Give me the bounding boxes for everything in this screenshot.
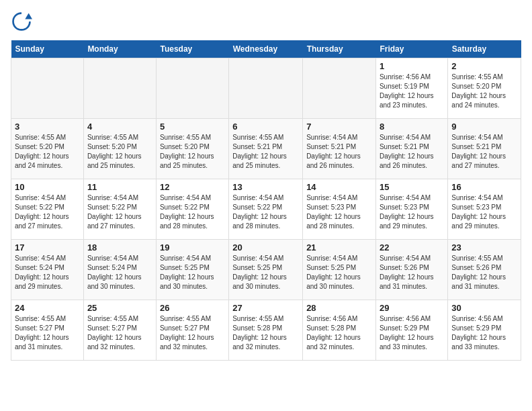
day-info: Sunrise: 4:54 AM Sunset: 5:24 PM Dayligh… xyxy=(87,254,152,291)
day-info: Sunrise: 4:55 AM Sunset: 5:20 PM Dayligh… xyxy=(451,73,517,110)
col-header-friday: Friday xyxy=(375,40,447,58)
day-info: Sunrise: 4:55 AM Sunset: 5:20 PM Dayligh… xyxy=(160,133,225,171)
calendar-cell: 2Sunrise: 4:55 AM Sunset: 5:20 PM Daylig… xyxy=(448,58,521,119)
day-number: 6 xyxy=(232,122,299,132)
day-info: Sunrise: 4:54 AM Sunset: 5:25 PM Dayligh… xyxy=(306,254,372,291)
day-number: 8 xyxy=(380,122,444,132)
day-info: Sunrise: 4:55 AM Sunset: 5:27 PM Dayligh… xyxy=(160,314,225,352)
day-info: Sunrise: 4:54 AM Sunset: 5:22 PM Dayligh… xyxy=(232,193,299,231)
day-info: Sunrise: 4:55 AM Sunset: 5:28 PM Dayligh… xyxy=(232,314,299,352)
calendar-cell: 12Sunrise: 4:54 AM Sunset: 5:22 PM Dayli… xyxy=(156,179,228,240)
day-info: Sunrise: 4:55 AM Sunset: 5:27 PM Dayligh… xyxy=(87,314,152,352)
day-number: 16 xyxy=(451,182,517,192)
day-info: Sunrise: 4:54 AM Sunset: 5:23 PM Dayligh… xyxy=(451,193,517,231)
col-header-sunday: Sunday xyxy=(11,40,84,58)
day-info: Sunrise: 4:56 AM Sunset: 5:19 PM Dayligh… xyxy=(380,73,444,110)
calendar-cell: 19Sunrise: 4:54 AM Sunset: 5:25 PM Dayli… xyxy=(156,240,228,300)
day-number: 27 xyxy=(232,303,299,313)
day-info: Sunrise: 4:55 AM Sunset: 5:20 PM Dayligh… xyxy=(87,133,152,171)
calendar-cell: 15Sunrise: 4:54 AM Sunset: 5:23 PM Dayli… xyxy=(375,179,447,240)
calendar-cell: 23Sunrise: 4:55 AM Sunset: 5:26 PM Dayli… xyxy=(448,240,521,300)
calendar-cell: 7Sunrise: 4:54 AM Sunset: 5:21 PM Daylig… xyxy=(303,119,376,179)
day-info: Sunrise: 4:55 AM Sunset: 5:26 PM Dayligh… xyxy=(451,254,517,291)
calendar-week-3: 10Sunrise: 4:54 AM Sunset: 5:22 PM Dayli… xyxy=(11,179,521,240)
day-number: 24 xyxy=(15,303,80,313)
day-number: 11 xyxy=(87,182,152,192)
calendar-cell: 14Sunrise: 4:54 AM Sunset: 5:23 PM Dayli… xyxy=(303,179,376,240)
day-number: 29 xyxy=(380,303,444,313)
col-header-monday: Monday xyxy=(83,40,156,58)
day-info: Sunrise: 4:54 AM Sunset: 5:26 PM Dayligh… xyxy=(380,254,444,291)
day-number: 25 xyxy=(87,303,152,313)
col-header-thursday: Thursday xyxy=(303,40,376,58)
day-info: Sunrise: 4:55 AM Sunset: 5:21 PM Dayligh… xyxy=(232,133,299,171)
day-info: Sunrise: 4:54 AM Sunset: 5:23 PM Dayligh… xyxy=(380,193,444,231)
day-info: Sunrise: 4:56 AM Sunset: 5:29 PM Dayligh… xyxy=(451,314,517,352)
day-info: Sunrise: 4:54 AM Sunset: 5:22 PM Dayligh… xyxy=(15,193,80,231)
calendar-week-4: 17Sunrise: 4:54 AM Sunset: 5:24 PM Dayli… xyxy=(11,240,521,300)
col-header-saturday: Saturday xyxy=(448,40,521,58)
day-number: 1 xyxy=(380,61,444,71)
calendar-cell xyxy=(11,58,84,119)
calendar-cell xyxy=(83,58,156,119)
day-number: 20 xyxy=(232,242,299,253)
calendar-cell: 10Sunrise: 4:54 AM Sunset: 5:22 PM Dayli… xyxy=(11,179,84,240)
day-info: Sunrise: 4:54 AM Sunset: 5:25 PM Dayligh… xyxy=(232,254,299,291)
calendar-cell: 25Sunrise: 4:55 AM Sunset: 5:27 PM Dayli… xyxy=(83,300,156,361)
calendar-cell: 16Sunrise: 4:54 AM Sunset: 5:23 PM Dayli… xyxy=(448,179,521,240)
day-number: 13 xyxy=(232,182,299,192)
day-info: Sunrise: 4:54 AM Sunset: 5:22 PM Dayligh… xyxy=(160,193,225,231)
day-number: 9 xyxy=(451,122,517,132)
day-number: 7 xyxy=(306,122,372,132)
calendar-week-5: 24Sunrise: 4:55 AM Sunset: 5:27 PM Dayli… xyxy=(11,300,521,361)
calendar-cell: 9Sunrise: 4:54 AM Sunset: 5:21 PM Daylig… xyxy=(448,119,521,179)
calendar-cell: 28Sunrise: 4:56 AM Sunset: 5:28 PM Dayli… xyxy=(303,300,376,361)
day-info: Sunrise: 4:54 AM Sunset: 5:21 PM Dayligh… xyxy=(306,133,372,171)
col-header-tuesday: Tuesday xyxy=(156,40,228,58)
day-number: 23 xyxy=(451,242,517,253)
calendar-cell: 6Sunrise: 4:55 AM Sunset: 5:21 PM Daylig… xyxy=(229,119,303,179)
page-header xyxy=(11,11,521,32)
calendar-cell: 20Sunrise: 4:54 AM Sunset: 5:25 PM Dayli… xyxy=(229,240,303,300)
logo xyxy=(11,11,35,32)
calendar-cell: 21Sunrise: 4:54 AM Sunset: 5:25 PM Dayli… xyxy=(303,240,376,300)
day-info: Sunrise: 4:56 AM Sunset: 5:29 PM Dayligh… xyxy=(380,314,444,352)
logo-icon xyxy=(11,11,32,32)
day-number: 5 xyxy=(160,122,225,132)
svg-marker-0 xyxy=(25,13,32,19)
day-number: 3 xyxy=(15,122,80,132)
day-info: Sunrise: 4:55 AM Sunset: 5:27 PM Dayligh… xyxy=(15,314,80,352)
calendar-cell: 4Sunrise: 4:55 AM Sunset: 5:20 PM Daylig… xyxy=(83,119,156,179)
col-header-wednesday: Wednesday xyxy=(229,40,303,58)
calendar-cell: 11Sunrise: 4:54 AM Sunset: 5:22 PM Dayli… xyxy=(83,179,156,240)
calendar-cell: 18Sunrise: 4:54 AM Sunset: 5:24 PM Dayli… xyxy=(83,240,156,300)
day-number: 18 xyxy=(87,242,152,253)
calendar-cell: 5Sunrise: 4:55 AM Sunset: 5:20 PM Daylig… xyxy=(156,119,228,179)
calendar-week-2: 3Sunrise: 4:55 AM Sunset: 5:20 PM Daylig… xyxy=(11,119,521,179)
calendar-cell: 24Sunrise: 4:55 AM Sunset: 5:27 PM Dayli… xyxy=(11,300,84,361)
calendar-cell: 27Sunrise: 4:55 AM Sunset: 5:28 PM Dayli… xyxy=(229,300,303,361)
day-info: Sunrise: 4:54 AM Sunset: 5:23 PM Dayligh… xyxy=(306,193,372,231)
day-number: 21 xyxy=(306,242,372,253)
day-info: Sunrise: 4:54 AM Sunset: 5:22 PM Dayligh… xyxy=(87,193,152,231)
day-number: 14 xyxy=(306,182,372,192)
calendar-cell: 8Sunrise: 4:54 AM Sunset: 5:21 PM Daylig… xyxy=(375,119,447,179)
calendar-cell: 13Sunrise: 4:54 AM Sunset: 5:22 PM Dayli… xyxy=(229,179,303,240)
calendar-cell: 26Sunrise: 4:55 AM Sunset: 5:27 PM Dayli… xyxy=(156,300,228,361)
day-number: 26 xyxy=(160,303,225,313)
calendar-cell xyxy=(156,58,228,119)
calendar-cell: 17Sunrise: 4:54 AM Sunset: 5:24 PM Dayli… xyxy=(11,240,84,300)
day-info: Sunrise: 4:56 AM Sunset: 5:28 PM Dayligh… xyxy=(306,314,372,352)
day-number: 19 xyxy=(160,242,225,253)
day-number: 10 xyxy=(15,182,80,192)
calendar-cell: 29Sunrise: 4:56 AM Sunset: 5:29 PM Dayli… xyxy=(375,300,447,361)
day-number: 22 xyxy=(380,242,444,253)
calendar-cell xyxy=(303,58,376,119)
day-info: Sunrise: 4:55 AM Sunset: 5:20 PM Dayligh… xyxy=(15,133,80,171)
calendar-week-1: 1Sunrise: 4:56 AM Sunset: 5:19 PM Daylig… xyxy=(11,58,521,119)
calendar-table: SundayMondayTuesdayWednesdayThursdayFrid… xyxy=(11,40,521,361)
calendar-cell: 3Sunrise: 4:55 AM Sunset: 5:20 PM Daylig… xyxy=(11,119,84,179)
calendar-cell: 1Sunrise: 4:56 AM Sunset: 5:19 PM Daylig… xyxy=(375,58,447,119)
day-number: 4 xyxy=(87,122,152,132)
day-number: 30 xyxy=(451,303,517,313)
